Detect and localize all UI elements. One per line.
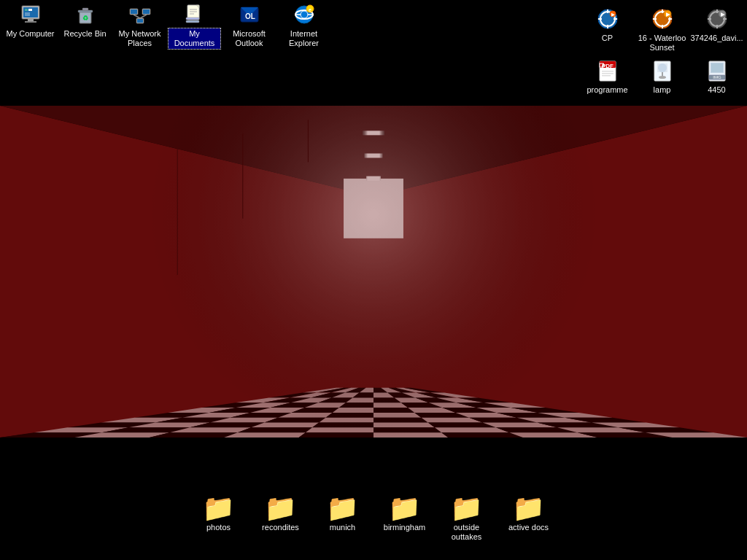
photos-label: photos [205, 522, 232, 533]
svg-text:e: e [309, 7, 311, 12]
my-documents-label: My Documents [169, 28, 220, 49]
svg-rect-8 [78, 10, 93, 12]
desktop-icon-4450[interactable]: IMG 4450 [689, 56, 744, 98]
desktop-icon-photos[interactable]: 📁 photos [191, 494, 246, 545]
svg-rect-4 [25, 9, 28, 11]
outlook-icon: OL [238, 3, 261, 26]
desktop-icon-cp[interactable]: ▶ CP [580, 4, 635, 56]
svg-rect-66 [602, 73, 614, 74]
active-docs-folder-icon: 📁 [517, 497, 541, 520]
corridor-section [0, 106, 747, 438]
svg-point-74 [659, 76, 666, 79]
programme-icon: PDF A [596, 59, 619, 82]
recycle-bin-icon: ♻ [74, 3, 97, 26]
my-network-label: My Network Places [114, 28, 166, 49]
lamp-icon [651, 59, 674, 82]
svg-line-18 [140, 15, 147, 18]
munich-folder-icon: 📁 [331, 497, 355, 520]
recycle-bin-label: Recycle Bin [62, 28, 107, 39]
svg-text:♻: ♻ [82, 15, 88, 22]
svg-point-55 [714, 16, 720, 22]
svg-rect-25 [186, 20, 199, 23]
desktop-icon-davi[interactable]: ▶ 374246_davi... [689, 4, 744, 56]
birmingham-folder-icon: 📁 [393, 497, 417, 520]
right-icon-group: ▶ CP ▶ [580, 4, 744, 99]
svg-rect-77 [711, 63, 723, 72]
munich-label: munich [328, 522, 357, 533]
right-icon-row-1: ▶ CP ▶ [580, 4, 744, 56]
programme-label: programme [585, 85, 629, 96]
desktop-icon-outlook[interactable]: OL Microsoft Outlook [222, 0, 276, 52]
svg-rect-2 [28, 19, 34, 21]
svg-line-17 [133, 15, 140, 18]
svg-point-32 [301, 11, 308, 18]
svg-rect-5 [28, 9, 32, 11]
4450-icon: IMG [705, 59, 729, 82]
svg-rect-24 [186, 18, 199, 20]
right-icon-row-2: PDF A programme [580, 56, 744, 98]
waterloo-label: 16 - Waterloo Sunset [636, 33, 688, 53]
ie-label: Internet Explorer [278, 28, 330, 49]
corridor-red [0, 106, 747, 438]
desktop-top-area: My Computer ♻ Recycle Bin [0, 0, 747, 52]
outside-outtakes-folder-icon: 📁 [455, 497, 479, 520]
waterloo-icon: ▶ [651, 7, 674, 31]
my-documents-icon [183, 3, 206, 26]
svg-rect-14 [143, 9, 150, 14]
svg-point-72 [658, 63, 667, 72]
desktop-icon-my-computer[interactable]: My Computer [3, 0, 58, 42]
svg-point-46 [659, 16, 665, 22]
svg-rect-67 [602, 75, 611, 77]
davi-label: 374246_davi... [689, 33, 744, 44]
davi-icon: ▶ [705, 7, 729, 31]
outside-outtakes-label: outside outtakes [450, 522, 484, 542]
4450-label: 4450 [706, 85, 727, 96]
desktop-icon-waterloo[interactable]: ▶ 16 - Waterloo Sunset [635, 4, 689, 56]
desktop-icon-birmingham[interactable]: 📁 birmingham [377, 494, 432, 545]
ie-icon: e [293, 3, 316, 26]
svg-text:IMG: IMG [713, 75, 721, 79]
svg-rect-6 [25, 12, 30, 16]
recondites-folder-icon: 📁 [269, 497, 293, 520]
outlook-label: Microsoft Outlook [223, 28, 275, 49]
cp-icon: ▶ [596, 7, 619, 31]
svg-rect-16 [137, 19, 143, 23]
bottom-icon-group: 📁 photos 📁 recondites 📁 munich 📁 birming… [0, 494, 747, 545]
svg-text:▶: ▶ [611, 12, 614, 17]
svg-text:A: A [601, 63, 605, 68]
desktop-icon-recycle-bin[interactable]: ♻ Recycle Bin [58, 0, 112, 42]
svg-rect-3 [25, 21, 36, 23]
my-computer-icon [19, 3, 42, 26]
svg-rect-65 [602, 71, 614, 72]
desktop-icon-programme[interactable]: PDF A programme [580, 56, 635, 98]
desktop-icon-my-network[interactable]: My Network Places [112, 0, 167, 52]
lamp-label: lamp [652, 85, 673, 96]
cp-label: CP [600, 33, 614, 44]
photos-folder-icon: 📁 [207, 497, 231, 520]
birmingham-label: birmingham [382, 522, 427, 533]
desktop-icon-munich[interactable]: 📁 munich [315, 494, 370, 545]
desktop-icon-my-documents[interactable]: My Documents [167, 0, 222, 52]
svg-text:OL: OL [245, 12, 255, 20]
desktop-icon-ie[interactable]: e Internet Explorer [276, 0, 331, 52]
desktop-icon-lamp[interactable]: lamp [635, 56, 689, 98]
recondites-label: recondites [260, 522, 301, 533]
active-docs-label: active docs [507, 522, 550, 533]
svg-rect-9 [82, 8, 88, 10]
svg-rect-12 [131, 9, 137, 14]
desktop-icon-recondites[interactable]: 📁 recondites [253, 494, 308, 545]
my-computer-label: My Computer [4, 28, 55, 39]
desktop-icon-active-docs[interactable]: 📁 active docs [501, 494, 556, 545]
desktop-icon-outside-outtakes[interactable]: 📁 outside outtakes [439, 494, 494, 545]
my-network-icon [128, 3, 152, 26]
